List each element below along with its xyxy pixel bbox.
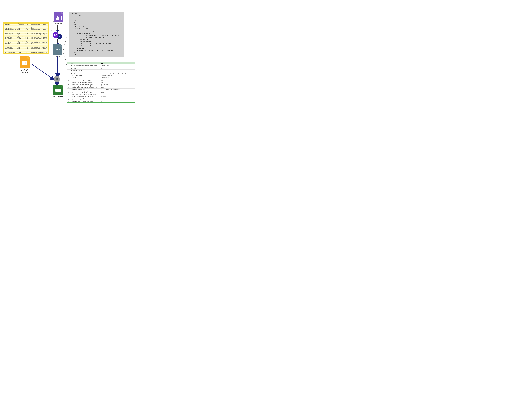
results-cell: Chromatography Column xyxy=(70,70,100,71)
table-cell: author xyxy=(17,45,25,47)
table-cell: orbitrap xyxy=(31,35,49,37)
results-cell: NA xyxy=(100,70,135,71)
results-cell: 21 xyxy=(68,99,70,101)
table-cell: Instruments Q Exactive Plus - Orbitrap M… xyxy=(31,47,49,48)
table-cell: list_path xyxy=(25,32,31,33)
results-cell: HPLC Model xyxy=(70,68,100,70)
journal-grid xyxy=(22,61,27,65)
table-cell: literal xyxy=(25,26,31,28)
results-cell: 7 xyxy=(68,75,70,76)
results-cell: 3 xyxy=(68,68,70,70)
journal-template-label: JOURNALREQUIREMENTTEMPLATE xyxy=(20,68,29,73)
results-cell: 3 xyxy=(100,94,135,95)
table-cell: 200 m/z xyxy=(31,43,49,44)
table-row: 3HPLC ModelNA xyxy=(68,68,135,70)
table-row: 19MS Charge States Excluded from Fragmen… xyxy=(68,95,135,97)
table-cell: author xyxy=(17,34,25,35)
bar3 xyxy=(58,17,59,20)
table-cell: jpr_guidelines_ms xyxy=(17,52,25,53)
table-cell: literal xyxy=(25,52,31,53)
table-cell: author xyxy=(17,47,25,48)
table-cell: Instruments Q Exactive Plus - Orbitrap M… xyxy=(31,39,49,40)
results-cell: 2 xyxy=(68,66,70,68)
tree-line: ▼ Group {1} xyxy=(71,47,123,49)
results-cell: unassigned, 1 xyxy=(100,95,135,97)
table-cell: QExactive Plus xyxy=(31,26,49,28)
table-cell: Instruments Q Exactive Plus - Orbitrap M… xyxy=(31,29,49,30)
table-cell: list_path xyxy=(25,47,31,48)
spreadsheet-grid xyxy=(55,89,61,93)
table-cell: author xyxy=(17,42,25,43)
results-cell: 12 xyxy=(68,83,70,85)
table-cell: ms_vendor xyxy=(4,25,17,26)
table-row: 10MS Analyzer Precursor Ion Spectrum (MS… xyxy=(68,80,135,82)
results-cell: The flow is consistently at 300 nl/min. … xyxy=(100,73,135,75)
results-cell: 20 xyxy=(68,97,70,99)
results-cell: MS Isolation Window Width Fragment Ion S… xyxy=(70,87,100,89)
table-cell: ms_ms1datatype xyxy=(4,39,17,40)
table-cell: ms_ms1ontime xyxy=(4,43,17,44)
json-file-label: JSON xyxy=(56,55,60,57)
tree-line: InstrumentName : Thermo Exactive xyxy=(71,37,123,39)
svg-line-4 xyxy=(31,64,53,79)
json-icon: JSON JSON xyxy=(53,44,62,57)
results-table-container: term value 1High Performance Liquid Chro… xyxy=(67,62,135,103)
table-cell: ms_instrumentsoftwareversion xyxy=(4,29,17,30)
table-row: 11MS Resolution Precursor Ion Spectrum (… xyxy=(68,82,135,83)
table-cell: ms_ms2analyzer xyxy=(4,44,17,45)
tree-line: SoftwareVersion : 2.9-290033/2.9.0.2926 xyxy=(71,43,123,45)
raw-file-bars xyxy=(56,16,62,20)
table-cell: Instruments Q Exactive Plus - Orbitrap M… xyxy=(31,33,49,34)
results-cell: on xyxy=(100,101,135,102)
table-cell: ms_ms2microscans xyxy=(4,47,17,48)
results-cell: 17,500 xyxy=(100,92,135,94)
results-cell: MS Mass Range Precursor Ion Spectrum (MS… xyxy=(70,83,100,85)
table-cell: ms_ms1resolution xyxy=(4,38,17,39)
results-cell: Q Exactive - Orbitrap MS xyxy=(100,75,135,76)
journal-file-shape xyxy=(19,57,30,68)
table-cell: jpr_guidelines_ms xyxy=(17,44,25,45)
col-term: term xyxy=(4,23,17,24)
table-cell: author xyxy=(17,39,25,40)
table-cell: Instruments Q Exactive Plus - Orbitrap M… xyxy=(31,49,49,51)
table-cell: ms_instrument xyxy=(4,24,17,25)
table-cell: ms_model xyxy=(4,26,17,28)
results-cell: NA xyxy=(100,68,135,70)
table-cell: list_path xyxy=(25,38,31,39)
table-cell: Instruments Q Exactive Plus - Orbitrap M… xyxy=(31,24,49,25)
table-cell: ms_polaritymode xyxy=(4,30,17,32)
table-cell: jpr_guidelines_ms xyxy=(17,35,25,37)
results-cell: 1 xyxy=(68,64,70,66)
results-cell: MS Vendor xyxy=(70,76,100,78)
results-cell: MS Resolution Fragment Ion Spectrum (MS2… xyxy=(70,92,100,94)
tree-line: ▼ Thermo Exactive {6} xyxy=(71,32,123,34)
table-cell: jpr_guidelines_ms xyxy=(17,38,25,39)
raw-file-icon: RAW FILE xyxy=(54,12,63,25)
table-cell: Instruments Q Exactive Plus - Orbitrap M… xyxy=(31,45,49,47)
table-cell: author xyxy=(17,30,25,32)
table-cell: list_path xyxy=(25,48,31,49)
results-cell: Chromatography Mobile Phases xyxy=(70,71,100,73)
results-cell: 13 xyxy=(68,85,70,87)
table-cell: jpr_guidelines_ms xyxy=(17,40,25,42)
table-cell: Instruments Q Exactive Plus - Orbitrap M… xyxy=(31,40,49,42)
results-col-value: value xyxy=(100,63,135,64)
results-cell: MS Charge States Excluded from Fragmenta… xyxy=(70,95,100,97)
table-cell: jpr_guidelines_ms xyxy=(17,25,25,26)
table-cell: list_path xyxy=(25,45,31,47)
table-row: 20MS Dynamic Exclusion Length20.0 s xyxy=(68,97,135,99)
r-bottom-label: R xyxy=(56,77,58,81)
table-row: 15MS Fragmentation Mode (MS2)Higher-ener… xyxy=(68,89,135,90)
table-cell: list_path xyxy=(25,30,31,32)
table-cell: Instruments Q Exactive Plus - Orbitrap M… xyxy=(31,30,49,32)
table-cell: author xyxy=(17,33,25,34)
table-cell: list_path xyxy=(25,37,31,38)
table-cell: ms_ms2isolationwindowoffset xyxy=(4,51,17,52)
table-cell: author xyxy=(17,51,25,52)
tree-line: HardwareVersion : rev. 1 xyxy=(71,45,123,47)
table-cell: ms_instrumentsoftware xyxy=(4,28,17,29)
tree-line: ▼ object {1} xyxy=(71,13,123,15)
results-cell: MS Dynamic Exclusion Length xyxy=(70,97,100,99)
results-cell: NA xyxy=(100,71,135,73)
col-handle-type: handle_type xyxy=(25,23,31,24)
